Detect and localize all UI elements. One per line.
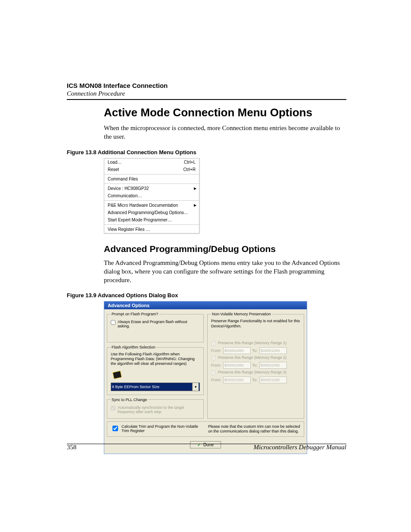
- menu-item-reset[interactable]: Reset Ctrl+R: [104, 166, 199, 173]
- group-legend: Flash Algorithm Selection: [111, 345, 156, 349]
- range-3-to-input: [259, 376, 287, 383]
- group-legend: Non-Volatile Memory Preservation: [211, 312, 272, 316]
- checkbox-input: [111, 406, 115, 411]
- trim-note: Please note that the custom trim can now…: [208, 424, 300, 434]
- to-label: To:: [252, 363, 258, 367]
- menu-shortcut: Ctrl+R: [183, 167, 196, 172]
- menu-item-advanced-options[interactable]: Advanced Programming/Debug Options…: [104, 209, 199, 216]
- algorithm-select[interactable]: 8 Byte EEProm Sector Size: [111, 383, 200, 391]
- group-sync-pll: Sync to PLL Change Automatically synchro…: [107, 398, 204, 419]
- from-label: From:: [211, 348, 221, 353]
- checkbox-input[interactable]: [111, 320, 115, 325]
- range-1-from-input: [223, 347, 251, 354]
- header-rule: [67, 99, 346, 100]
- menu-label: Reset: [108, 167, 183, 172]
- menu-item-command-files[interactable]: Command Files: [104, 175, 199, 183]
- menu-item-device[interactable]: Device : HC908GP32: [104, 185, 199, 192]
- section-heading-1: Active Mode Connection Menu Options: [67, 106, 346, 119]
- checkbox-sync-pll: Automatically synchronize to the target …: [111, 405, 200, 414]
- checkbox-input: [211, 341, 216, 346]
- checkbox-label: Preserve this Range (Memory Range 1): [218, 341, 286, 345]
- manual-title: Microcontrollers Debugger Manual: [253, 444, 346, 451]
- group-flash-algorithm: Flash Algorithm Selection Use the Follow…: [107, 345, 204, 395]
- algorithm-selected-text: 8 Byte EEProm Sector Size: [112, 385, 159, 389]
- group-prompt-on-flash: Prompt on Flash Program? Always Erase an…: [107, 312, 204, 342]
- page-number: 358: [67, 444, 77, 451]
- chapter-subtitle: Connection Procedure: [67, 90, 346, 97]
- menu-label: Command Files: [108, 177, 196, 181]
- connection-menu: Load… Ctrl+L Reset Ctrl+R Command Files …: [104, 158, 199, 233]
- section-2-para: The Advanced Programming/Debug Options m…: [67, 258, 346, 285]
- menu-separator: [104, 200, 199, 201]
- algorithm-warning: Use the Following Flash Algorithm when P…: [111, 352, 200, 366]
- menu-label: Communication…: [108, 193, 196, 198]
- advanced-options-dialog: Advanced Options Prompt on Flash Program…: [104, 301, 307, 454]
- checkbox-label: Calculate Trim and Program the Non-Volat…: [121, 424, 203, 433]
- trim-row: Calculate Trim and Program the Non-Volat…: [107, 421, 304, 437]
- group-nv-memory-preservation: Non-Volatile Memory Preservation Preserv…: [207, 312, 304, 418]
- checkbox-label: Always Erase and Program flash without a…: [118, 320, 200, 328]
- group-legend: Prompt on Flash Program?: [111, 312, 159, 316]
- checkbox-label: Preserve this Range (Memory Range 3): [218, 370, 286, 374]
- from-label: From:: [211, 378, 221, 382]
- menu-label: Start Expert Mode Programmer…: [108, 218, 196, 222]
- figure-13-8-caption: Figure 13.8 Additional Connection Menu O…: [67, 149, 346, 156]
- range-3-fields: From: To:: [211, 376, 300, 383]
- menu-item-expert-programmer[interactable]: Start Expert Mode Programmer…: [104, 216, 199, 224]
- checkbox-label: Preserve this Range (Memory Range 2): [218, 355, 286, 360]
- range-1-to-input: [259, 347, 287, 354]
- menu-item-load[interactable]: Load… Ctrl+L: [104, 159, 199, 166]
- to-label: To:: [252, 378, 258, 382]
- range-2-from-input: [223, 362, 251, 369]
- menu-label: Device : HC908GP32: [108, 186, 196, 191]
- chapter-title: ICS MON08 Interface Connection: [67, 82, 346, 89]
- section-1-para: When the microprocessor is connected, mo…: [67, 124, 346, 141]
- menu-shortcut: Ctrl+L: [184, 160, 196, 165]
- menu-separator: [104, 224, 199, 225]
- menu-label: Load…: [108, 160, 184, 165]
- figure-13-9-caption: Figure 13.9 Advanced Options Dialog Box: [67, 292, 346, 299]
- page-footer: 358 Microcontrollers Debugger Manual: [67, 444, 346, 451]
- page: ICS MON08 Interface Connection Connectio…: [0, 0, 411, 454]
- to-label: To:: [252, 348, 258, 353]
- checkbox-label: Automatically synchronize to the target …: [118, 405, 200, 414]
- menu-separator: [104, 184, 199, 184]
- group-legend: Sync to PLL Change: [111, 398, 148, 402]
- menu-label: View Register Files …: [108, 227, 196, 232]
- section-heading-2: Advanced Programming/Debug Options: [67, 244, 346, 254]
- menu-separator: [104, 174, 199, 174]
- chip-icon: [111, 370, 124, 381]
- range-3-from-input: [223, 376, 251, 383]
- range-2-fields: From: To:: [211, 362, 300, 369]
- menu-item-communication[interactable]: Communication…: [104, 192, 199, 199]
- checkbox-preserve-range-1: Preserve this Range (Memory Range 1): [211, 341, 300, 346]
- menu-label: P&E Micro Hardware Documentation: [108, 203, 196, 208]
- range-1-fields: From: To:: [211, 347, 300, 354]
- range-2-to-input: [259, 362, 287, 369]
- menu-label: Advanced Programming/Debug Options…: [108, 210, 196, 215]
- dialog-titlebar: Advanced Options: [104, 302, 307, 309]
- menu-item-view-register-files[interactable]: View Register Files …: [104, 226, 199, 233]
- dialog-body: Prompt on Flash Program? Always Erase an…: [104, 309, 307, 454]
- checkbox-input: [211, 370, 216, 375]
- checkbox-preserve-range-3: Preserve this Range (Memory Range 3): [211, 370, 300, 375]
- from-label: From:: [211, 363, 221, 367]
- checkbox-input: [211, 356, 216, 361]
- menu-item-pe-docs[interactable]: P&E Micro Hardware Documentation: [104, 202, 199, 209]
- checkbox-always-erase[interactable]: Always Erase and Program flash without a…: [111, 320, 200, 328]
- nv-note: Preserve Range Functionality is not enab…: [211, 319, 300, 329]
- checkbox-preserve-range-2: Preserve this Range (Memory Range 2): [211, 355, 300, 361]
- checkbox-calculate-trim[interactable]: [112, 426, 118, 431]
